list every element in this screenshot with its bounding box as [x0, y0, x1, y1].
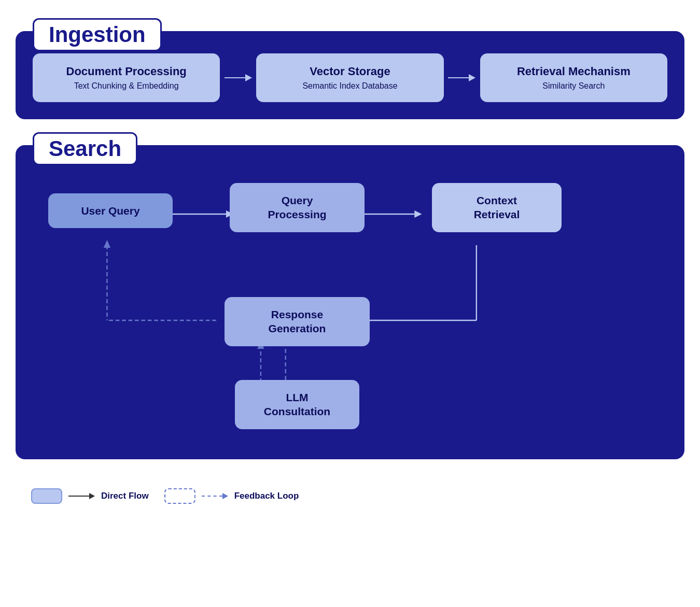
- legend: Direct Flow Feedback Loop: [16, 480, 684, 512]
- arrow-2: [444, 74, 480, 81]
- legend-solid-box: [31, 488, 62, 504]
- vector-storage-box: Vector Storage Semantic Index Database: [256, 53, 443, 102]
- context-retrieval-box: ContextRetrieval: [432, 183, 562, 232]
- legend-arrow-line: [68, 496, 89, 497]
- response-generation-title: ResponseGeneration: [237, 307, 357, 336]
- ingestion-section: Ingestion Document Processing Text Chunk…: [16, 31, 684, 119]
- search-label: Search: [33, 132, 137, 165]
- arrow-head: [245, 74, 252, 81]
- legend-feedback-loop: Feedback Loop: [164, 488, 299, 504]
- retrieval-mechanism-box: Retrieval Mechanism Similarity Search: [480, 53, 667, 102]
- doc-processing-title: Document Processing: [48, 65, 204, 78]
- retrieval-mechanism-subtitle: Similarity Search: [496, 81, 652, 91]
- doc-processing-box: Document Processing Text Chunking & Embe…: [33, 53, 220, 102]
- legend-dashed-head: [222, 493, 228, 499]
- search-layout: User Query QueryProcessing ContextRetrie…: [33, 162, 667, 442]
- svg-marker-3: [414, 210, 422, 218]
- legend-direct-label: Direct Flow: [101, 491, 149, 501]
- llm-consultation-box: LLMConsultation: [235, 380, 359, 429]
- legend-direct-arrow: [68, 493, 95, 499]
- context-retrieval-title: ContextRetrieval: [444, 193, 549, 222]
- doc-processing-subtitle: Text Chunking & Embedding: [48, 81, 204, 91]
- arrow-line: [225, 77, 245, 78]
- user-query-title: User Query: [61, 204, 160, 218]
- llm-consultation-title: LLMConsultation: [247, 390, 347, 419]
- svg-marker-13: [104, 240, 110, 248]
- query-processing-title: QueryProcessing: [242, 193, 352, 222]
- vector-storage-title: Vector Storage: [272, 65, 428, 78]
- ingestion-flow: Document Processing Text Chunking & Embe…: [33, 53, 667, 102]
- legend-direct-flow: Direct Flow: [31, 488, 149, 504]
- h-arrow-2: [448, 74, 475, 81]
- vector-storage-subtitle: Semantic Index Database: [272, 81, 428, 91]
- user-query-box: User Query: [48, 193, 173, 228]
- legend-dashed-box: [164, 488, 195, 504]
- query-processing-box: QueryProcessing: [230, 183, 365, 232]
- arrow-line: [448, 77, 469, 78]
- ingestion-label: Ingestion: [33, 18, 162, 51]
- arrow-head: [469, 74, 475, 81]
- h-arrow-1: [225, 74, 252, 81]
- legend-dashed-line: [202, 496, 222, 497]
- legend-feedback-arrow: [202, 493, 228, 499]
- response-generation-box: ResponseGeneration: [225, 297, 370, 346]
- legend-arrow-head: [89, 493, 95, 499]
- search-section: Search User Query: [16, 145, 684, 459]
- legend-feedback-label: Feedback Loop: [234, 491, 299, 501]
- retrieval-mechanism-title: Retrieval Mechanism: [496, 65, 652, 78]
- arrow-1: [220, 74, 256, 81]
